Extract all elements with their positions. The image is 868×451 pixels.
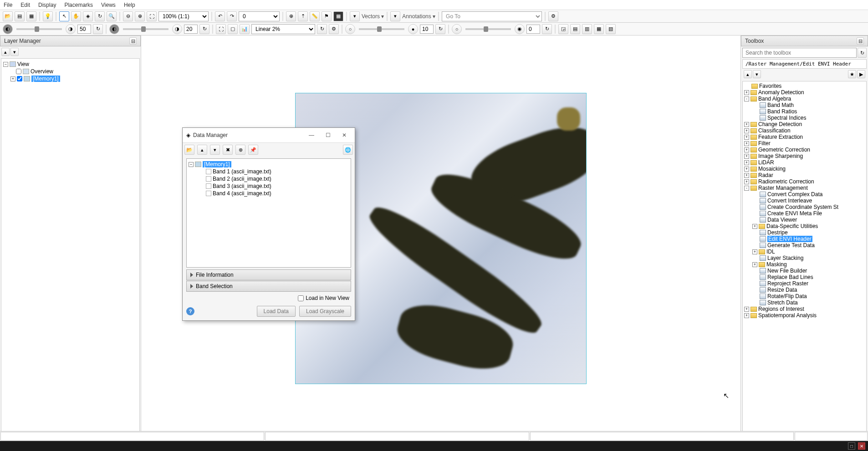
toolbox-folder[interactable]: -Band Algebra [744,96,865,102]
toolbox-tree[interactable]: Favorites+Anomaly Detection-Band Algebra… [742,81,867,440]
expander-icon[interactable]: + [752,249,757,254]
load-grayscale-button[interactable]: Load Grayscale [299,306,351,317]
expander-icon[interactable]: + [744,179,749,184]
toolbox-folder[interactable]: +Radiometric Correction [744,178,865,185]
goto-select[interactable]: Go To [442,11,542,21]
blend-icon[interactable]: ▤ [570,24,580,34]
toolbox-tool[interactable]: Create ENVI Meta File [744,210,865,217]
load-data-button[interactable]: Load Data [257,306,296,317]
transparency-right-icon[interactable]: ◉ [515,24,525,34]
zoom-select[interactable]: 100% (1:1) [158,11,209,21]
band-selection-section[interactable]: Band Selection [186,281,351,292]
band-node[interactable]: Band 3 (ascii_image.txt) [189,182,349,190]
toolbox-folder[interactable]: +Change Detection [744,121,865,127]
collapse-icon[interactable]: ▴ [1,48,10,56]
band-node[interactable]: Band 2 (ascii_image.txt) [189,175,349,182]
cursor-value-icon[interactable]: 💡 [43,11,53,21]
toolbox-tool[interactable]: Reproject Raster [744,280,865,287]
rotate-icon[interactable]: ↻ [95,11,105,21]
dm-close-all-icon[interactable]: ⊗ [235,145,245,155]
dm-expand-root-icon[interactable]: − [189,162,194,167]
view-node[interactable]: View [17,61,29,67]
flicker-icon[interactable]: ▥ [582,24,592,34]
dm-open-icon[interactable]: 📂 [184,145,194,155]
contrast-left-icon[interactable]: ◐ [109,24,119,34]
dialog-titlebar[interactable]: ◈ Data Manager — ☐ ✕ [183,128,355,143]
toolbox-search-input[interactable] [742,48,857,58]
histogram-icon[interactable]: 📊 [240,24,250,34]
toolbox-tool[interactable]: Band Ratios [744,108,865,115]
help-icon[interactable]: ? [186,307,194,315]
expander-icon[interactable]: + [744,154,749,159]
toolbox-tool[interactable]: Data Viewer [744,217,865,223]
zoom-in-icon[interactable]: ⊕ [135,11,145,21]
toolbox-folder[interactable]: +Mosaicking [744,166,865,172]
rotation-select[interactable]: 0 [239,11,280,21]
select-icon[interactable]: ↖ [59,11,69,21]
expander-icon[interactable]: + [744,141,749,146]
dm-root-node[interactable]: [Memory1] [203,161,231,167]
toolbox-collapse-icon[interactable]: ▴ [744,70,752,78]
search-refresh-icon[interactable]: ↻ [858,48,867,58]
expander-icon[interactable]: - [744,186,749,191]
toolbox-folder[interactable]: +Data-Specific Utilities [744,223,865,229]
dm-close-file-icon[interactable]: ✖ [223,145,233,155]
toolbox-tool[interactable]: Create Coordinate System St [744,204,865,210]
toolbox-tool[interactable]: New File Builder [744,268,865,274]
transparency-left-icon[interactable]: ○ [452,24,462,34]
toolbox-folder[interactable]: +Image Sharpening [744,153,865,159]
reset-transparency-icon[interactable]: ↻ [542,24,552,34]
expand-memory-icon[interactable]: + [10,76,15,81]
swipe-icon[interactable]: ▦ [594,24,604,34]
overview-checkbox[interactable] [16,69,21,74]
expander-icon[interactable]: + [744,307,749,312]
sharpen-input[interactable] [420,25,434,34]
toolbox-tool[interactable]: Band Math [744,102,865,108]
dm-expand-icon[interactable]: ▾ [210,145,220,155]
toolbox-folder[interactable]: +Feature Extraction [744,134,865,140]
expander-icon[interactable]: + [744,90,749,95]
vectors-dropdown-icon[interactable]: ▾ [350,11,360,21]
pan-icon[interactable]: ✋ [71,11,81,21]
zoom-icon[interactable]: 🔍 [107,11,117,21]
brightness-input[interactable] [77,25,91,34]
toolbox-folder[interactable]: +LiDAR [744,159,865,166]
toolbox-tool[interactable]: Edit ENVI Header [744,236,865,242]
stretch-select[interactable]: Linear 2% [251,24,315,34]
sharpen-slider[interactable] [359,28,404,30]
rotate-left-icon[interactable]: ↶ [215,11,225,21]
brightness-right-icon[interactable]: ◑ [66,24,76,34]
brightness-left-icon[interactable]: ◐ [3,24,13,34]
preferences-icon[interactable]: ⚙ [548,11,558,21]
toolbox-folder[interactable]: +Regions of Interest [744,306,865,312]
reset-contrast-icon[interactable]: ↻ [199,24,209,34]
sharpen-left-icon[interactable]: ○ [345,24,355,34]
chip-icon[interactable]: ▦ [26,11,36,21]
stretch-settings-icon[interactable]: ⚙ [329,24,339,34]
data-manager-icon[interactable]: ▤ [15,11,25,21]
toolbox-pin-icon[interactable]: ⊟ [857,37,864,45]
overview-node[interactable]: Overview [31,68,53,75]
dm-pin-icon[interactable]: 📌 [248,145,258,155]
annotations-dropdown-icon[interactable]: ▾ [390,11,400,21]
toolbox-folder[interactable]: Favorites [744,83,865,89]
toolbox-tool[interactable]: Rotate/Flip Data [744,293,865,299]
band-node[interactable]: Band 4 (ascii_image.txt) [189,190,349,197]
layer-manager-pin-icon[interactable]: ⊟ [129,37,137,45]
stretch-extent-icon[interactable]: ⛶ [216,24,226,34]
transparency-slider[interactable] [465,28,511,30]
annotations-label[interactable]: Annotations ▾ [402,13,435,20]
reset-sharpen-icon[interactable]: ↻ [435,24,445,34]
menu-edit[interactable]: Edit [20,2,30,8]
sharpen-right-icon[interactable]: ● [408,24,418,34]
toolbox-folder[interactable]: +Classification [744,127,865,134]
toolbox-tool[interactable]: Layer Stacking [744,255,865,261]
toolbox-folder[interactable]: +Geometric Correction [744,147,865,153]
open-icon[interactable]: 📂 [3,11,13,21]
memory-checkbox[interactable] [17,76,22,81]
menu-file[interactable]: File [4,2,12,8]
toolbox-tool[interactable]: Stretch Data [744,299,865,306]
grid-icon[interactable]: ▦ [333,11,343,21]
stretch-view-icon[interactable]: ▢ [228,24,238,34]
bar-maximize-icon[interactable]: □ [848,442,855,450]
